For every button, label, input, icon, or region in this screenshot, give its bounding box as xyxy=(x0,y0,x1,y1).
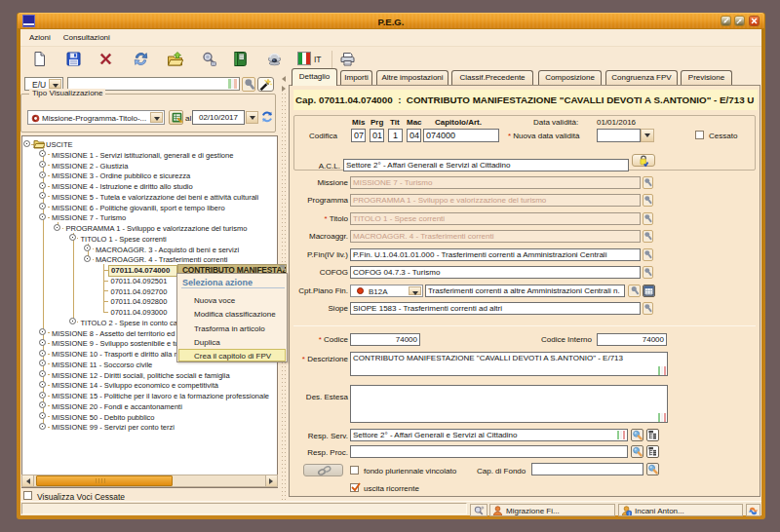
svg-text:i: i xyxy=(629,511,630,516)
